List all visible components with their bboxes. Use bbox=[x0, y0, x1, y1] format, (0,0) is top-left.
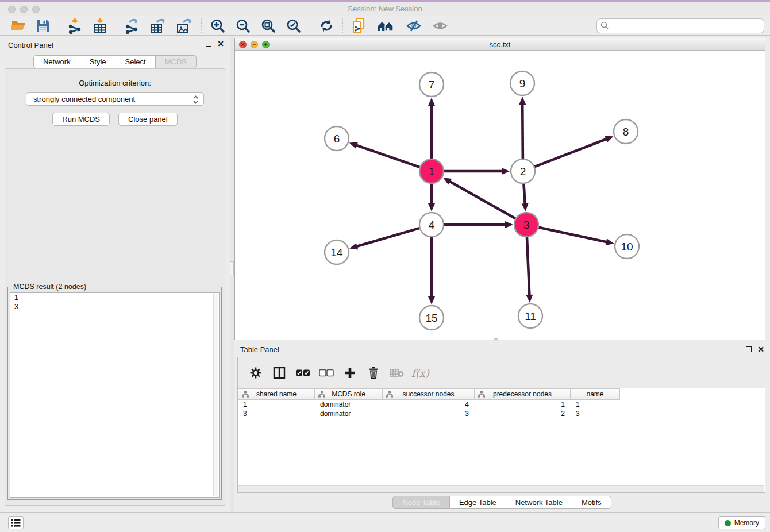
graph-edge-arrowhead bbox=[606, 238, 614, 245]
add-column-icon[interactable] bbox=[339, 363, 360, 383]
graph-edge-2-9[interactable] bbox=[522, 103, 523, 159]
eye-slash-icon[interactable] bbox=[401, 17, 427, 34]
graph-edge-arrowhead bbox=[349, 142, 358, 148]
graph-edge-arrowhead bbox=[505, 221, 513, 228]
close-panel-button[interactable]: Close panel bbox=[118, 113, 178, 126]
table-hscroll[interactable] bbox=[238, 485, 764, 492]
tab-network-table[interactable]: Network Table bbox=[506, 496, 572, 509]
table-cell: 3 bbox=[571, 409, 620, 418]
graph-node-label-1: 1 bbox=[429, 165, 435, 178]
control-panel-title: Control Panel bbox=[8, 41, 53, 49]
float-panel-icon[interactable] bbox=[206, 41, 211, 47]
table-cell: 1 bbox=[475, 400, 571, 409]
mcds-panel: Optimization criterion: strongly connect… bbox=[5, 68, 225, 506]
eye-icon[interactable] bbox=[427, 17, 453, 34]
graph-node-label-11: 11 bbox=[525, 310, 536, 322]
graph-node-label-7: 7 bbox=[429, 79, 435, 91]
graph-edge-arrowhead bbox=[349, 243, 358, 250]
export-network-icon[interactable] bbox=[120, 17, 145, 34]
graph-edge-3-1[interactable] bbox=[449, 181, 515, 219]
graph-node-label-14: 14 bbox=[330, 246, 343, 259]
graph-edge-2-3[interactable] bbox=[523, 184, 525, 205]
table-cell: 4 bbox=[383, 400, 475, 409]
table-cell: dominator bbox=[315, 409, 383, 418]
column-header-MCDS-role[interactable]: MCDS role bbox=[315, 388, 383, 400]
zoom-in-icon[interactable] bbox=[205, 17, 230, 34]
float-table-panel-icon[interactable] bbox=[746, 346, 752, 352]
import-table-icon[interactable] bbox=[88, 17, 112, 34]
optimization-label: Optimization criterion: bbox=[5, 79, 225, 87]
table-cell: 3 bbox=[383, 409, 475, 418]
table-body: 1dominator4113dominator323 bbox=[238, 400, 765, 418]
export-image-icon[interactable] bbox=[171, 17, 198, 34]
column-header-shared-name[interactable]: shared name bbox=[238, 388, 315, 400]
graph-node-label-2: 2 bbox=[520, 165, 526, 178]
graph-node-label-9: 9 bbox=[519, 78, 526, 90]
result-scrollbar[interactable] bbox=[213, 294, 218, 496]
homes-icon[interactable] bbox=[372, 17, 401, 34]
vertical-splitter[interactable] bbox=[230, 36, 234, 512]
tab-network[interactable]: Network bbox=[33, 55, 80, 68]
graph-node-label-6: 6 bbox=[334, 133, 340, 145]
column-header-name[interactable]: name bbox=[571, 388, 620, 400]
mcds-result-area[interactable]: 1 3 bbox=[10, 292, 220, 498]
table-row[interactable]: 3dominator323 bbox=[238, 409, 765, 418]
network-canvas[interactable]: 1234678910111415 bbox=[235, 51, 765, 340]
graph-edge-3-11[interactable] bbox=[527, 237, 530, 296]
function-builder-icon: f(x) bbox=[410, 363, 431, 383]
network-view-window: ✕ − + scc.txt 1234678910111415 bbox=[234, 38, 765, 340]
memory-button[interactable]: Memory bbox=[718, 516, 765, 529]
toolbar-separator bbox=[116, 18, 116, 34]
graph-edge-arrowhead bbox=[428, 296, 435, 304]
status-bar: Memory bbox=[0, 512, 770, 532]
graph-edge-arrowhead bbox=[526, 295, 533, 303]
graph-edge-2-8[interactable] bbox=[535, 138, 608, 167]
columns-icon[interactable] bbox=[268, 363, 290, 383]
table-row[interactable]: 1dominator411 bbox=[238, 400, 765, 409]
titlebar: Session: New Session bbox=[0, 2, 770, 16]
app-window: Session: New Session bbox=[0, 0, 770, 532]
delete-icon[interactable] bbox=[363, 363, 384, 383]
graph-node-label-8: 8 bbox=[623, 126, 629, 138]
clone-network-icon[interactable] bbox=[346, 17, 372, 34]
select-all-checkboxes-icon[interactable] bbox=[292, 363, 313, 383]
graph-node-label-3: 3 bbox=[523, 219, 530, 231]
save-session-icon[interactable] bbox=[31, 17, 55, 34]
task-history-button[interactable] bbox=[8, 516, 24, 529]
column-header-predecessor-nodes[interactable]: predecessor nodes bbox=[475, 388, 571, 400]
refresh-layout-icon[interactable] bbox=[314, 17, 339, 34]
splitter-handle[interactable] bbox=[230, 261, 234, 275]
tab-select[interactable]: Select bbox=[116, 55, 156, 68]
export-table-icon[interactable] bbox=[145, 17, 171, 34]
deselect-all-checkboxes-icon[interactable] bbox=[315, 363, 337, 383]
graph-edge-arrowhead bbox=[605, 136, 613, 142]
toolbar-separator bbox=[310, 18, 310, 34]
import-network-icon[interactable] bbox=[63, 17, 88, 34]
tab-motifs[interactable]: Motifs bbox=[572, 496, 611, 509]
tab-mcds[interactable]: MCDS bbox=[156, 55, 197, 68]
zoom-out-icon[interactable] bbox=[230, 17, 256, 34]
tab-style[interactable]: Style bbox=[80, 55, 116, 68]
graph-edge-1-6[interactable] bbox=[355, 145, 419, 167]
table-panel-title: Table Panel bbox=[240, 345, 279, 354]
table-cell: 3 bbox=[238, 409, 315, 418]
table-header-row: shared nameMCDS rolesuccessor nodesprede… bbox=[238, 388, 765, 400]
graph-node-label-15: 15 bbox=[425, 312, 437, 324]
zoom-selected-icon[interactable] bbox=[281, 17, 306, 34]
tab-node-table[interactable]: Node Table bbox=[392, 496, 450, 509]
graph-edge-arrowhead bbox=[519, 97, 526, 105]
run-mcds-button[interactable]: Run MCDS bbox=[52, 113, 110, 126]
gear-icon[interactable] bbox=[245, 363, 266, 383]
search-input[interactable] bbox=[611, 21, 760, 30]
search-icon bbox=[600, 21, 609, 30]
graph-edge-4-14[interactable] bbox=[356, 228, 419, 246]
graph-edge-arrowhead bbox=[428, 98, 435, 106]
zoom-fit-icon[interactable] bbox=[256, 17, 281, 34]
tab-edge-table[interactable]: Edge Table bbox=[450, 496, 506, 509]
graph-edge-3-10[interactable] bbox=[538, 228, 607, 242]
close-panel-icon[interactable]: ✕ bbox=[217, 41, 224, 47]
close-table-panel-icon[interactable]: ✕ bbox=[757, 346, 764, 352]
criterion-select[interactable]: strongly connected component bbox=[26, 92, 204, 106]
column-header-successor-nodes[interactable]: successor nodes bbox=[383, 388, 475, 400]
open-session-icon[interactable] bbox=[6, 17, 31, 34]
